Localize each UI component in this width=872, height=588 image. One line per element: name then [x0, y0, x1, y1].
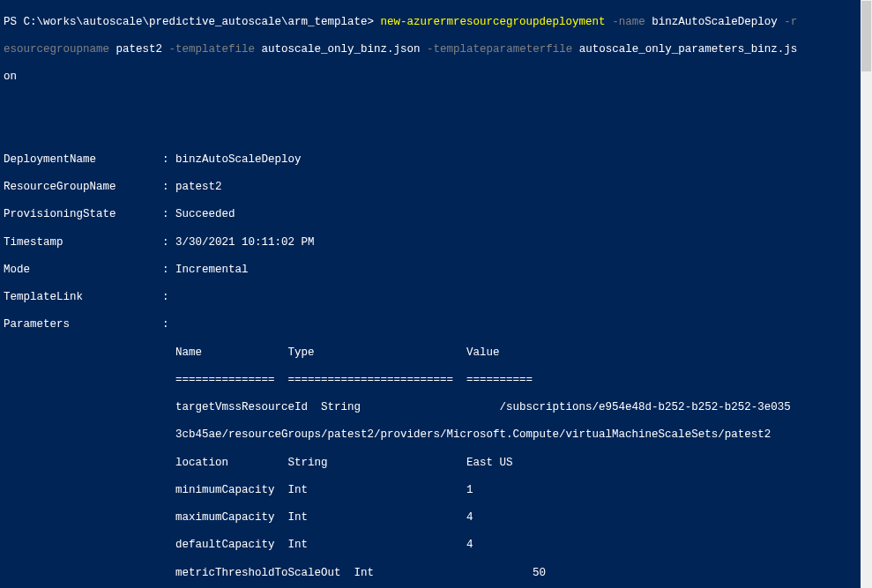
templatelink-key: TemplateLink :	[4, 291, 169, 303]
provisioning-state-key: ProvisioningState :	[4, 208, 169, 220]
deployment-name-value: binzAutoScaleDeploy	[169, 153, 302, 166]
command-line-3: on	[4, 71, 857, 85]
blank-line	[4, 98, 857, 112]
mode-key: Mode :	[4, 264, 169, 276]
param-templateparamfile-value-part1: autoscale_only_parameters_binz.js	[579, 43, 798, 56]
param-name-value: binzAutoScaleDeploy	[652, 16, 778, 28]
powershell-terminal[interactable]: PS C:\works\autoscale\predictive_autosca…	[0, 0, 861, 588]
command-line-2: esourcegroupname patest2 -templatefile a…	[4, 43, 857, 57]
param-minimumcapacity: minimumCapacity Int 1	[4, 484, 857, 498]
provisioning-state-row: ProvisioningState : Succeeded	[4, 208, 857, 222]
resourcegroup-name-row: ResourceGroupName : patest2	[4, 181, 857, 195]
param-location: location String East US	[4, 457, 857, 471]
parameters-divider: =============== ========================…	[4, 374, 857, 388]
deployment-name-row: DeploymentName : binzAutoScaleDeploy	[4, 153, 857, 167]
param-rg-flag-part2: esourcegroupname	[4, 43, 116, 56]
mode-row: Mode : Incremental	[4, 264, 857, 278]
param-templatefile-flag: -templatefile	[162, 43, 262, 56]
mode-value: Incremental	[169, 264, 249, 276]
param-targetvmss-line1: targetVmssResourceId String /subscriptio…	[4, 401, 857, 415]
param-templatefile-value: autoscale_only_binz.json	[262, 43, 421, 56]
resourcegroup-name-key: ResourceGroupName :	[4, 181, 169, 193]
resourcegroup-name-value: patest2	[169, 181, 222, 193]
cmdlet-name: new-azurermresourcegroupdeployment	[381, 16, 606, 28]
param-defaultcapacity: defaultCapacity Int 4	[4, 539, 857, 553]
blank-line	[4, 126, 857, 140]
param-metricthresholdout: metricThresholdToScaleOut Int 50	[4, 567, 857, 581]
provisioning-state-value: Succeeded	[169, 208, 235, 220]
param-targetvmss-line2: 3cb45ae/resourceGroups/patest2/providers…	[4, 428, 857, 443]
param-maximumcapacity: maximumCapacity Int 4	[4, 511, 857, 525]
param-name-flag: -name	[606, 16, 652, 28]
deployment-name-key: DeploymentName :	[4, 153, 169, 166]
templatelink-row: TemplateLink :	[4, 291, 857, 305]
param-templateparamfile-value-part2: on	[4, 71, 17, 83]
command-line-1: PS C:\works\autoscale\predictive_autosca…	[4, 16, 857, 30]
timestamp-row: Timestamp : 3/30/2021 10:11:02 PM	[4, 236, 857, 250]
scrollbar-thumb[interactable]	[861, 1, 871, 71]
timestamp-value: 3/30/2021 10:11:02 PM	[169, 236, 315, 249]
param-rg-value: patest2	[116, 43, 163, 56]
parameters-row: Parameters :	[4, 318, 857, 332]
parameters-header: Name Type Value	[4, 346, 857, 361]
param-rg-flag-part1: -r	[778, 16, 798, 28]
parameters-key: Parameters :	[4, 318, 169, 331]
param-templateparamfile-flag: -templateparameterfile	[421, 43, 579, 56]
timestamp-key: Timestamp :	[4, 236, 169, 249]
scrollbar-track[interactable]	[861, 0, 872, 588]
prompt-prefix: PS C:\works\autoscale\predictive_autosca…	[4, 16, 381, 28]
